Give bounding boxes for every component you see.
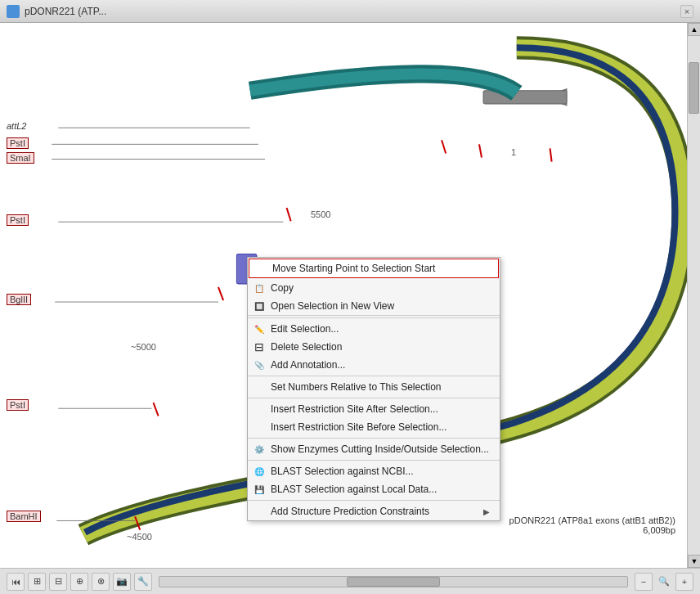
menu-item-insert-before[interactable]: Insert Restriction Site Before Selection… [248,418,500,436]
annotation-attL2: attL2 [7,121,26,131]
horizontal-scrollbar[interactable] [159,576,628,587]
menu-item-move-starting-point[interactable]: Move Starting Point to Selection Start [249,259,499,278]
window-title: pDONR221 (ATP... [25,6,675,17]
separator-3 [248,398,500,398]
close-button[interactable]: × [680,5,693,18]
svg-line-8 [154,403,159,416]
annotation-psti2: PstI [7,214,29,226]
annotation-psti3: PstI [7,399,29,411]
scroll-up-btn[interactable]: ▲ [688,23,700,36]
canvas-area: attL2 PstI SmaI PstI BglII PstI BamHI 55… [0,23,700,568]
svg-line-7 [218,287,223,300]
plasmid-name: pDONR221 (ATP8a1 exons (attB1 attB2)) [509,515,675,525]
separator-2 [248,376,500,376]
context-menu: Move Starting Point to Selection Start 📋… [247,257,500,521]
menu-item-structure-prediction[interactable]: Add Structure Prediction Constraints ▶ [248,502,500,520]
menu-item-copy[interactable]: 📋 Copy [248,279,500,297]
h-scroll-thumb[interactable] [347,577,440,587]
bottom-bar: ⏮ ⊞ ⊟ ⊕ ⊗ 📷 🔧 − 🔍 + [0,568,700,594]
menu-item-blast-local[interactable]: 💾 BLAST Selection against Local Data... [248,480,500,498]
separator-6 [248,500,500,501]
plasmid-info: pDONR221 (ATP8a1 exons (attB1 attB2)) 6,… [509,515,675,535]
menu-item-open-selection[interactable]: 🔲 Open Selection in New View [248,297,500,316]
right-scrollbar[interactable]: ▲ ▼ [687,23,700,568]
svg-line-6 [287,208,291,221]
separator-5 [248,460,500,461]
zoom-level: 🔍 [655,576,673,587]
position-4500: ~4500 [127,532,152,542]
blast-ncbi-icon: 🌐 [253,465,266,478]
zoom-controls: − 🔍 + [635,573,693,591]
delete-icon: ⊟ [253,340,266,353]
app-icon [7,5,20,18]
menu-item-insert-after[interactable]: Insert Restriction Site After Selection.… [248,400,500,418]
svg-line-5 [550,148,552,161]
toolbar-btn-1[interactable]: ⏮ [7,573,25,591]
svg-rect-1 [483,91,567,104]
separator-4 [248,438,500,439]
menu-item-set-numbers[interactable]: Set Numbers Relative to This Selection [248,378,500,396]
zoom-out-btn[interactable]: − [635,573,653,591]
annotation-bglii: BglII [7,294,31,305]
open-selection-icon: 🔲 [253,299,266,313]
menu-item-blast-ncbi[interactable]: 🌐 BLAST Selection against NCBI... [248,462,500,480]
menu-item-delete-selection[interactable]: ⊟ Delete Selection [248,338,500,356]
annotation-psti1: PstI [7,137,29,149]
position-1: 1 [511,147,516,157]
annotation-smai: SmaI [7,152,34,164]
scroll-track [688,36,700,555]
svg-line-4 [479,144,482,157]
copy-icon: 📋 [253,281,266,295]
enzymes-icon: ⚙️ [253,443,266,456]
menu-item-edit-selection[interactable]: ✏️ Edit Selection... [248,320,500,338]
menu-item-show-enzymes[interactable]: ⚙️ Show Enzymes Cutting Inside/Outside S… [248,440,500,458]
position-5500: 5500 [311,209,330,219]
toolbar-btn-5[interactable]: ⊗ [92,573,110,591]
position-5000: ~5000 [131,342,156,352]
edit-icon: ✏️ [253,322,266,335]
plasmid-size: 6,009bp [509,525,675,535]
annotation-bamhi: BamHI [7,511,41,522]
separator-1 [248,317,500,318]
add-annotation-icon: 📎 [253,358,266,371]
toolbar-btn-4[interactable]: ⊕ [70,573,88,591]
title-bar: pDONR221 (ATP... × [0,0,700,23]
svg-line-3 [442,140,446,153]
blast-local-icon: 💾 [253,483,266,496]
scroll-thumb[interactable] [689,62,699,114]
toolbar-btn-6[interactable]: 📷 [113,573,131,591]
zoom-in-btn[interactable]: + [675,573,693,591]
menu-item-add-annotation[interactable]: 📎 Add Annotation... [248,356,500,374]
scroll-down-btn[interactable]: ▼ [688,555,700,568]
toolbar-btn-2[interactable]: ⊞ [28,573,46,591]
toolbar-btn-7[interactable]: 🔧 [134,573,152,591]
main-container: attL2 PstI SmaI PstI BglII PstI BamHI 55… [0,23,700,594]
toolbar-btn-3[interactable]: ⊟ [49,573,67,591]
submenu-arrow: ▶ [483,507,490,516]
